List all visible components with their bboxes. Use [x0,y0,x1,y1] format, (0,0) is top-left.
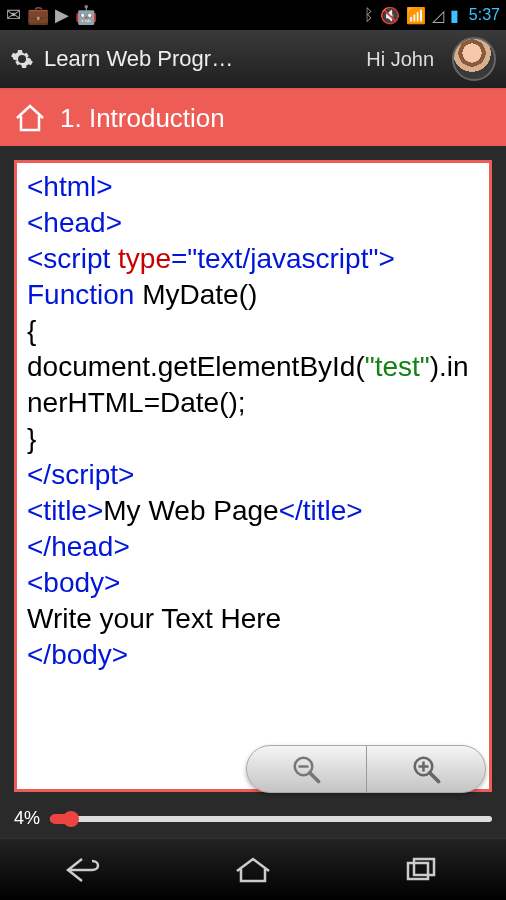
svg-rect-7 [408,863,428,879]
code-token: </title> [279,495,363,526]
zoom-out-button[interactable] [247,746,367,792]
gmail-icon: ✉ [6,4,21,26]
status-right-icons: ᛒ 🔇 📶 ◿ ▮ 5:37 [364,6,500,25]
code-token: } [27,423,36,454]
code-editor[interactable]: <html> <head> <script type="text/javascr… [14,160,492,792]
code-token: </head> [27,531,130,562]
code-content: <html> <head> <script type="text/javascr… [27,169,479,673]
code-token: </body> [27,639,128,670]
code-token: "test" [365,351,430,382]
clock-time: 5:37 [469,6,500,24]
mute-icon: 🔇 [380,6,400,25]
status-left-icons: ✉ 💼 ▶ 🤖 [6,4,97,26]
svg-rect-8 [414,859,434,875]
zoom-in-button[interactable] [367,746,486,792]
briefcase-icon: 💼 [27,4,49,26]
back-button[interactable] [62,855,106,885]
code-token: Write your Text Here [27,603,281,634]
code-token: <html> [27,171,113,202]
status-bar: ✉ 💼 ▶ 🤖 ᛒ 🔇 📶 ◿ ▮ 5:37 [0,0,506,30]
app-header: Learn Web Progr… Hi John [0,30,506,90]
zoom-out-icon [291,754,321,784]
code-token: <body> [27,567,120,598]
code-token: = [171,243,187,274]
section-title: 1. Introduction [60,103,225,134]
code-token: <head> [27,207,122,238]
zoom-controls [246,745,486,793]
app-title: Learn Web Progr… [44,46,356,72]
code-token: "text/javascript" [187,243,378,274]
zoom-in-icon [411,754,441,784]
progress-bar[interactable] [50,816,492,822]
code-token: type [118,243,171,274]
code-token: > [378,243,394,274]
signal-icon: ◿ [432,6,444,25]
code-token: </script> [27,459,134,490]
code-token: Function [27,279,134,310]
settings-icon[interactable] [10,47,34,71]
user-greeting: Hi John [366,48,434,71]
home-icon[interactable] [12,100,48,136]
progress-thumb[interactable] [63,811,79,827]
wifi-icon: 📶 [406,6,426,25]
user-avatar[interactable] [452,37,496,81]
code-token: document.getElementById( [27,351,365,382]
android-icon: 🤖 [75,4,97,26]
progress-row: 4% [0,806,506,829]
code-token: { [27,315,36,346]
system-nav-bar [0,838,506,900]
code-token: <script [27,243,118,274]
svg-line-1 [310,773,319,782]
bluetooth-icon: ᛒ [364,6,374,24]
battery-icon: ▮ [450,6,459,25]
play-store-icon: ▶ [55,4,69,26]
progress-percent: 4% [14,808,40,829]
code-token: My Web Page [103,495,278,526]
code-token: MyDate() [134,279,257,310]
recent-apps-button[interactable] [400,855,444,885]
home-button[interactable] [231,855,275,885]
section-header: 1. Introduction [0,90,506,146]
code-token: <title> [27,495,103,526]
svg-line-4 [430,773,439,782]
